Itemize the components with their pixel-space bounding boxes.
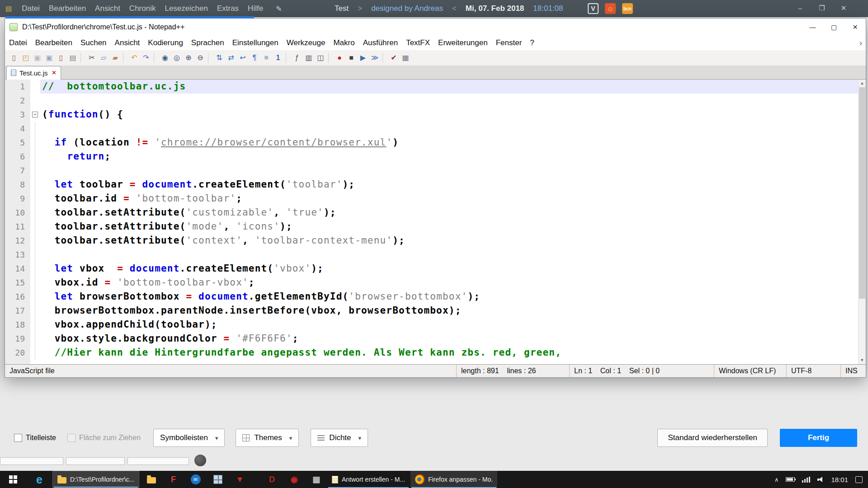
- code-text[interactable]: //Hier kann die Hintergrundfarbe angepas…: [40, 346, 858, 360]
- addon-circle-icon[interactable]: [194, 455, 206, 466]
- npp-menu-einstellungen[interactable]: Einstellungen: [228, 36, 283, 50]
- toolbar-placeholder[interactable]: [127, 457, 189, 465]
- scrollbar-thumb[interactable]: [859, 87, 865, 299]
- editor[interactable]: 1// bottomtoolbar.uc.js23−(function() {4…: [5, 80, 866, 364]
- save-all-icon[interactable]: ▣: [44, 52, 55, 63]
- task-notepad[interactable]: D:\Test\Profilordner\c...: [52, 471, 139, 488]
- density-dropdown[interactable]: Dichte ▾: [311, 429, 368, 447]
- toolbar-date[interactable]: Mi, 07. Feb 2018: [466, 4, 524, 13]
- first-tab-icon[interactable]: 1: [273, 52, 283, 63]
- taskbar-clock[interactable]: 18:01: [831, 476, 848, 483]
- function-list-icon[interactable]: ƒ: [292, 52, 302, 63]
- copy-icon[interactable]: ▱: [98, 52, 109, 63]
- macro-run-multiple-icon[interactable]: ≫: [369, 52, 380, 63]
- show-symbols-icon[interactable]: ¶: [249, 52, 260, 63]
- dragspace-checkbox[interactable]: Fläche zum Ziehen: [67, 434, 141, 442]
- code-text[interactable]: toolbar.id = 'bottom-toolbar';: [40, 192, 858, 206]
- addon-smiley-icon[interactable]: ☺: [605, 3, 616, 14]
- ff-menu-datei[interactable]: Datei: [17, 0, 44, 17]
- tab-close-icon[interactable]: ✕: [52, 70, 57, 76]
- code-text[interactable]: let toolbar = document.createElement('to…: [40, 178, 858, 192]
- word-wrap-icon[interactable]: ↩: [237, 52, 248, 63]
- toolbar-item-test[interactable]: Test: [335, 4, 349, 13]
- ff-menu-extras[interactable]: Extras: [212, 0, 243, 17]
- fold-collapse-icon[interactable]: −: [32, 112, 38, 117]
- scroll-down-icon[interactable]: ▼: [859, 357, 866, 364]
- filezilla-icon[interactable]: F: [162, 471, 184, 488]
- media-app-icon[interactable]: ◉: [283, 471, 305, 488]
- close-file-icon[interactable]: ▯: [56, 52, 66, 63]
- addon-v-icon[interactable]: V: [588, 3, 599, 14]
- code-text[interactable]: (function() {: [40, 108, 858, 122]
- toolbar-placeholder[interactable]: [0, 457, 63, 465]
- tray-expand-icon[interactable]: ∧: [774, 476, 779, 483]
- thunderbird-icon[interactable]: ✉: [184, 471, 207, 488]
- toolbar-clock[interactable]: 18:01:08: [533, 4, 563, 13]
- volume-icon[interactable]: [817, 477, 824, 482]
- sync-vertical-icon[interactable]: ⇅: [214, 52, 225, 63]
- code-text[interactable]: [40, 164, 858, 178]
- cut-icon[interactable]: ✂: [86, 52, 97, 63]
- ff-menu-lesezeichen[interactable]: Lesezeichen: [160, 0, 212, 17]
- ff-menu-hilfe[interactable]: Hilfe: [243, 0, 268, 17]
- ff-menu-bearbeiten[interactable]: Bearbeiten: [44, 0, 90, 17]
- edit-pencil-icon[interactable]: ✎: [276, 5, 282, 13]
- npp-menu-help[interactable]: ?: [526, 36, 538, 50]
- network-icon[interactable]: [802, 477, 810, 483]
- dvbviewer-icon[interactable]: D: [261, 471, 283, 488]
- task-firefox-customize[interactable]: Firefox anpassen - Mo...: [410, 471, 497, 488]
- status-eol-format[interactable]: Windows (CR LF): [714, 365, 786, 377]
- npp-menu-fenster[interactable]: Fenster: [492, 36, 526, 50]
- maximize-button[interactable]: ▢: [823, 19, 844, 36]
- toolbars-dropdown[interactable]: Symbolleisten ▾: [153, 429, 225, 447]
- code-text[interactable]: toolbar.setAttribute('mode', 'icons');: [40, 220, 858, 234]
- toolbar-item-designed-by[interactable]: designed by Andreas: [371, 4, 443, 13]
- addon-bcn-icon[interactable]: bcn: [622, 3, 633, 14]
- npp-menu-datei[interactable]: Datei: [5, 36, 31, 50]
- npp-menu-erweiterungen[interactable]: Erweiterungen: [434, 36, 492, 50]
- undo-icon[interactable]: ↶: [129, 52, 140, 63]
- ff-menu-ansicht[interactable]: Ansicht: [90, 0, 125, 17]
- keyboard-icon[interactable]: ▦: [305, 471, 327, 488]
- ff-menu-chronik[interactable]: Chronik: [125, 0, 160, 17]
- redo-icon[interactable]: ↷: [141, 52, 151, 63]
- npp-menu-makro[interactable]: Makro: [329, 36, 359, 50]
- status-encoding[interactable]: UTF-8: [786, 365, 840, 377]
- code-text[interactable]: toolbar.setAttribute('customizable', 'tr…: [40, 206, 858, 220]
- code-text[interactable]: return;: [40, 150, 858, 164]
- minimize-button[interactable]: –: [789, 0, 811, 17]
- save-icon[interactable]: ▣: [32, 52, 43, 63]
- code-text[interactable]: // bottomtoolbar.uc.js: [40, 80, 858, 94]
- minimize-button[interactable]: —: [802, 19, 823, 36]
- npp-menu-suchen[interactable]: Suchen: [76, 36, 111, 50]
- maximize-button[interactable]: ❐: [811, 0, 833, 17]
- tab-testucjs[interactable]: Test.uc.js ✕: [6, 66, 61, 80]
- code-text[interactable]: [40, 248, 858, 262]
- spell-check-icon[interactable]: ✔: [388, 52, 399, 63]
- replace-icon[interactable]: ◎: [171, 52, 182, 63]
- toolbar-placeholder[interactable]: [66, 457, 125, 465]
- panel-icon[interactable]: ◫: [315, 52, 326, 63]
- paste-icon[interactable]: ▰: [110, 52, 121, 63]
- sync-horizontal-icon[interactable]: ⇄: [226, 52, 236, 63]
- code-text[interactable]: vbox.style.backgroundColor = '#F6F6F6';: [40, 332, 858, 346]
- macro-stop-icon[interactable]: ■: [346, 52, 357, 63]
- close-button[interactable]: ✕: [833, 0, 854, 17]
- npp-menu-ausfhren[interactable]: Ausführen: [359, 36, 402, 50]
- fold-margin[interactable]: −: [30, 108, 40, 122]
- code-text[interactable]: if (location != 'chrome://browser/conten…: [40, 136, 858, 150]
- done-button[interactable]: Fertig: [780, 429, 857, 447]
- chevron-right-icon[interactable]: ›: [859, 38, 862, 48]
- code-text[interactable]: [40, 122, 858, 136]
- macro-record-icon[interactable]: ●: [334, 52, 345, 63]
- code-text[interactable]: vbox.appendChild(toolbar);: [40, 318, 858, 332]
- titlebar-checkbox[interactable]: Titelleiste: [14, 434, 56, 442]
- new-file-icon[interactable]: ▯: [9, 52, 19, 63]
- npp-menu-sprachen[interactable]: Sprachen: [187, 36, 228, 50]
- macro-play-icon[interactable]: ▶: [358, 52, 368, 63]
- task-mail-compose[interactable]: Antwort erstellen - M...: [327, 471, 410, 488]
- themes-dropdown[interactable]: Themes ▾: [236, 429, 299, 447]
- npp-menu-bearbeiten[interactable]: Bearbeiten: [31, 36, 76, 50]
- notification-center-icon[interactable]: [855, 476, 863, 483]
- open-file-icon[interactable]: ◰: [20, 52, 31, 63]
